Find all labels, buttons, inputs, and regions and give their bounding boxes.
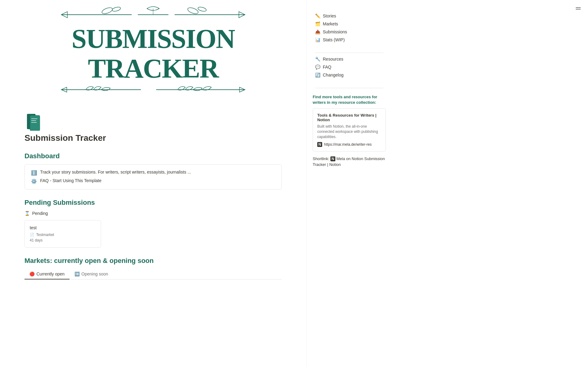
card-days: 41 days (30, 238, 96, 242)
sidebar-item-submissions[interactable]: 📤 Submissions (313, 28, 386, 36)
currently-open-icon: 🔴 (29, 272, 35, 276)
dashboard-section: Dashboard ℹ️ Track your story submission… (24, 152, 282, 189)
sidebar-item-resources[interactable]: 🔧 Resources (313, 55, 386, 63)
faq-icon: ⚙️ (31, 178, 37, 184)
svg-rect-17 (31, 120, 36, 121)
markets-label: Markets (323, 21, 338, 26)
markets-tabs: 🔴 Currently open ➡️ Opening soon (24, 269, 282, 279)
card-market: 📄 Testmarket (30, 233, 96, 237)
faq-sidebar-icon: 💬 (315, 65, 320, 69)
submission-card[interactable]: test 📄 Testmarket 41 days (24, 220, 101, 248)
page-title: Submission Tracker (24, 133, 282, 143)
decoration-top (24, 6, 282, 24)
svg-rect-15 (30, 115, 40, 131)
stats-icon: 📊 (315, 37, 320, 42)
stories-label: Stories (323, 13, 336, 18)
info-main-text: Track your story submissions. For writer… (40, 170, 191, 174)
markets-title: Markets: currently open & opening soon (24, 257, 282, 265)
card-title: test (30, 225, 96, 230)
resource-link-url: https://mar.mela.de/writer-res (324, 142, 371, 147)
pending-title: Pending Submissions (24, 199, 282, 207)
menu-line-1 (576, 7, 581, 8)
faq-label: FAQ (323, 65, 331, 69)
sidebar-resource-promo: Find more tools and resources for writer… (313, 94, 386, 168)
info-box-row-1: ℹ️ Track your story submissions. For wri… (31, 170, 275, 176)
info-box: ℹ️ Track your story submissions. For wri… (24, 164, 282, 189)
document-icon: 📄 (30, 233, 34, 237)
stories-icon: ✏️ (315, 13, 320, 18)
changelog-icon: 🔄 (315, 73, 320, 77)
menu-line-2 (576, 9, 581, 9)
svg-point-5 (187, 6, 199, 15)
notion-icon: N (317, 142, 322, 147)
promo-text: Find more tools and resources for writer… (313, 94, 386, 105)
stats-label: Stats (WIP) (323, 37, 345, 42)
tab-currently-open[interactable]: 🔴 Currently open (24, 269, 70, 279)
faq-link[interactable]: FAQ - Start Using This Template (40, 178, 101, 183)
submissions-label: Submissions (323, 29, 347, 34)
svg-rect-18 (31, 122, 37, 123)
sidebar: ✏️ Stories 🗂️ Markets 📤 Submissions 📊 St… (306, 0, 392, 367)
svg-rect-16 (31, 118, 37, 119)
sidebar-nav-primary: ✏️ Stories 🗂️ Markets 📤 Submissions 📊 St… (313, 12, 386, 43)
pending-filter-label: Pending (32, 211, 48, 216)
sidebar-item-stories[interactable]: ✏️ Stories (313, 12, 386, 20)
main-content: SUBMISSION TRACKER (0, 0, 306, 367)
pending-section: Pending Submissions ⌛ Pending test 📄 Tes… (24, 199, 282, 248)
resource-card-desc: Built with Notion, the all-in-one connec… (317, 124, 381, 139)
pending-filter[interactable]: ⌛ Pending (24, 211, 282, 216)
menu-button[interactable] (575, 6, 582, 11)
dashboard-title: Dashboard (24, 152, 282, 160)
sidebar-item-changelog[interactable]: 🔄 Changelog (313, 71, 386, 79)
submissions-icon: 📤 (315, 29, 320, 34)
sidebar-item-markets[interactable]: 🗂️ Markets (313, 20, 386, 28)
banner-title: SUBMISSION TRACKER (24, 24, 282, 84)
resources-label: Resources (323, 57, 343, 62)
sidebar-item-stats[interactable]: 📊 Stats (WIP) (313, 36, 386, 43)
shortlink-notion-icon: N (330, 156, 335, 161)
info-circle-icon: ℹ️ (31, 170, 37, 176)
svg-point-2 (101, 6, 113, 15)
shortlink-container: Shortlink: N Mela on Notion Submission T… (313, 156, 386, 168)
resource-card[interactable]: Tools & Resources for Writers | Notion B… (313, 108, 386, 151)
opening-soon-label: Opening soon (81, 272, 108, 276)
hourglass-icon: ⌛ (24, 211, 30, 216)
resource-card-title: Tools & Resources for Writers | Notion (317, 113, 381, 122)
sidebar-divider-1 (315, 53, 383, 53)
changelog-label: Changelog (323, 73, 344, 77)
banner: SUBMISSION TRACKER (24, 0, 282, 106)
sidebar-divider-2 (315, 88, 383, 88)
sidebar-item-faq[interactable]: 💬 FAQ (313, 63, 386, 71)
app-icon (24, 112, 43, 131)
svg-point-6 (198, 6, 207, 12)
shortlink-prefix: Shortlink: (313, 156, 330, 161)
shortlink-name-link[interactable]: Mela on Notion (336, 156, 363, 161)
markets-section: Markets: currently open & opening soon 🔴… (24, 257, 282, 279)
resources-icon: 🔧 (315, 57, 320, 62)
page-header: Submission Tracker (24, 112, 282, 143)
currently-open-label: Currently open (36, 272, 65, 276)
resource-card-link[interactable]: N https://mar.mela.de/writer-res (317, 142, 381, 147)
sidebar-nav-secondary: 🔧 Resources 💬 FAQ 🔄 Changelog (313, 55, 386, 79)
info-box-row-2: ⚙️ FAQ - Start Using This Template (31, 178, 275, 184)
opening-soon-icon: ➡️ (74, 272, 80, 276)
markets-icon: 🗂️ (315, 21, 320, 26)
decoration-bottom (24, 84, 282, 103)
svg-point-3 (112, 6, 121, 12)
tab-opening-soon[interactable]: ➡️ Opening soon (70, 269, 113, 279)
